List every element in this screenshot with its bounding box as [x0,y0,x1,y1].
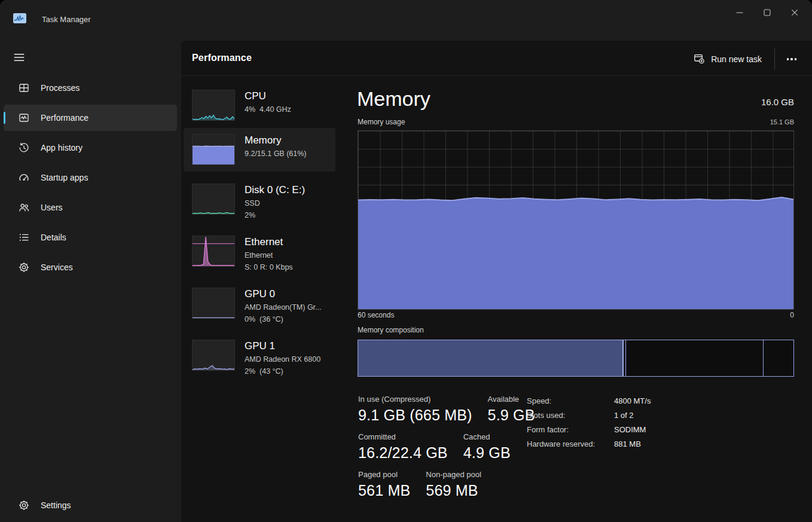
window-controls [726,2,808,23]
app-history-icon [18,142,30,154]
sidebar: Processes Performance App history Startu… [4,75,177,284]
detail-value: 881 MB [614,439,641,448]
memory-hardware-details: Speed:4800 MT/sSlots used:1 of 2Form fac… [527,396,651,454]
memory-total-capacity: 16.0 GB [761,97,794,107]
users-icon [18,202,30,213]
memory-usage-max-label: 15.1 GB [770,118,794,126]
performance-icon [18,112,30,124]
composition-segment-free [763,340,793,376]
perf-item-title: Memory [245,134,307,146]
perf-item-memory[interactable]: Memory 9.2/15.1 GB (61%) [184,128,335,172]
mini-graph [192,90,235,121]
navigation-menu-button[interactable] [10,48,28,66]
composition-segment-in-use [358,340,623,376]
sidebar-item-label: Services [41,262,73,272]
memory-composition-bar [358,340,794,377]
perf-item-subtext: 9.2/15.1 GB (61%) [245,148,307,160]
memory-composition-caption: Memory composition [358,326,424,334]
perf-item-gpu1[interactable]: GPU 1 AMD Radeon RX 68002% (43 °C) [184,334,335,383]
stat-label: In use (Compressed) [358,395,472,404]
perf-item-ethernet[interactable]: Ethernet EthernetS: 0 R: 0 Kbps [184,230,335,279]
app-title: Task Manager [42,15,91,24]
perf-item-subtext: 2% (43 °C) [245,365,320,377]
perf-item-subtext: 4% 4.40 GHz [245,103,291,115]
stat-value: 9.1 GB (665 MB) [358,407,472,424]
mini-graph [192,340,235,371]
stat-value: 561 MB [358,482,410,499]
header-rule [181,75,812,76]
detail-value: 1 of 2 [614,411,634,420]
sidebar-item-label: Details [41,233,66,242]
stat-label: Non-paged pool [426,470,481,479]
detail-label: Speed: [527,396,614,405]
hamburger-icon [13,51,26,64]
details-icon [18,231,30,243]
ellipsis-icon [787,58,789,60]
perf-item-subtext: SSD [245,197,305,209]
maximize-icon [762,7,773,18]
perf-item-subtext: 0% (36 °C) [245,313,322,325]
close-icon [789,7,800,18]
memory-usage-caption: Memory usage [358,118,405,126]
sidebar-item-label: Settings [41,500,71,510]
perf-item-subtext: Ethernet [245,249,293,261]
perf-item-disk0[interactable]: Disk 0 (C: E:) SSD2% [184,178,335,227]
close-button[interactable] [781,2,808,23]
x-axis-left-label: 60 seconds [358,311,394,319]
perf-item-subtext: AMD Radeon RX 6800 [245,353,320,365]
stat-non-paged-pool: Non-paged pool569 MB [426,470,481,499]
detail-hardware-reserved-: Hardware reserved:881 MB [527,439,651,454]
sidebar-item-label: App history [41,143,83,152]
minimize-icon [734,7,745,18]
stat-committed: Committed16.2/22.4 GB [358,432,448,462]
stat-value: 16.2/22.4 GB [358,444,448,462]
stat-label: Paged pool [358,470,410,479]
startup-apps-icon [18,172,30,184]
page-title: Performance [192,53,252,63]
perf-item-subtext: S: 0 R: 0 Kbps [245,261,293,273]
perf-item-cpu[interactable]: CPU 4% 4.40 GHz [184,84,335,127]
detail-form-factor-: Form factor:SODIMM [527,425,651,439]
sidebar-item-services[interactable]: Services [4,254,177,280]
sidebar-item-label: Startup apps [41,173,88,182]
stat-cached: Cached4.9 GB [463,432,511,462]
stat-label: Committed [358,432,448,441]
perf-item-subtext: AMD Radeon(TM) Gr... [245,301,322,313]
processes-icon [18,82,30,94]
sidebar-item-app-history[interactable]: App history [4,135,177,161]
detail-speed-: Speed:4800 MT/s [527,396,651,411]
sidebar-item-performance[interactable]: Performance [4,105,177,131]
composition-segment-standby [625,340,763,376]
sidebar-item-users[interactable]: Users [4,194,177,221]
stat-label: Cached [463,432,511,441]
minimize-button[interactable] [726,2,753,23]
perf-item-gpu0[interactable]: GPU 0 AMD Radeon(TM) Gr...0% (36 °C) [184,282,335,331]
memory-usage-chart [358,130,794,310]
perf-item-title: GPU 0 [245,288,322,300]
detail-value: 4800 MT/s [614,396,651,405]
mini-graph [192,288,235,319]
maximize-button[interactable] [753,2,781,23]
sidebar-item-details[interactable]: Details [4,224,177,251]
more-options-button[interactable] [781,51,802,67]
sidebar-item-settings[interactable]: Settings [4,492,177,518]
content-panel: Performance Run new task CPU 4% 4.40 GHz… [181,41,812,522]
perf-item-title: Disk 0 (C: E:) [245,184,305,196]
services-icon [18,261,30,273]
sidebar-item-processes[interactable]: Processes [4,75,177,101]
header-divider [774,48,775,70]
sidebar-item-startup-apps[interactable]: Startup apps [4,164,177,191]
detail-label: Form factor: [527,425,614,434]
sidebar-item-label: Users [41,203,63,212]
perf-item-title: Ethernet [245,236,293,248]
task-manager-logo-icon [13,13,26,23]
mini-graph [192,184,235,215]
detail-value: SODIMM [614,425,646,434]
selected-indicator [4,112,5,124]
stat-value: 4.9 GB [463,444,511,462]
memory-page-title: Memory [357,87,431,111]
mini-graph [192,236,235,267]
chart-x-axis-labels: 60 seconds 0 [358,311,794,319]
run-new-task-button[interactable]: Run new task [691,50,764,68]
run-new-task-icon [693,53,705,66]
